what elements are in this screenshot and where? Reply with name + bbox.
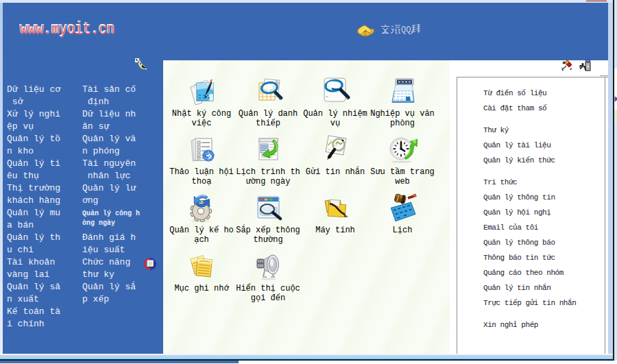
svg-text:QQ: QQ [401, 25, 411, 35]
